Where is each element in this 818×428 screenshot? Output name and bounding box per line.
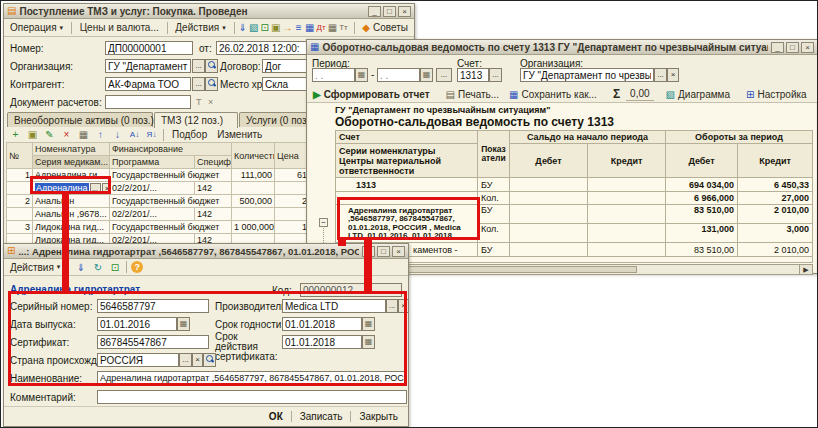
osv-titlebar[interactable]: ▦ Оборотно-сальдовая ведомость по счету … [307,40,817,55]
cell-financing[interactable]: Государственный бюджет [110,169,232,182]
period-to-input[interactable] [377,68,420,82]
save-as-button[interactable]: ▦Сохранить как... [505,88,601,101]
collapse-group-button[interactable]: − [319,218,328,227]
period-select-button[interactable]: ... [436,68,452,82]
cell-price[interactable]: 2 [275,195,310,208]
generate-report-button[interactable]: ▶Сформировать отчет [309,88,434,101]
minimize-button[interactable]: _ [771,42,784,53]
cell-price[interactable]: 61 [275,169,310,182]
header-credit[interactable]: Кредит [738,144,813,178]
comment-input[interactable] [97,390,407,404]
column-header-financing[interactable]: Финансирование [110,143,232,156]
new-document-icon[interactable]: ⊡ [260,21,269,34]
cell-debit-turnover[interactable]: 131,000 [666,224,738,243]
move-down-icon[interactable]: ↓ [110,128,125,141]
organization-select-button[interactable]: ... [654,68,667,82]
post-document-icon[interactable]: ⇓ [238,21,247,34]
cell-credit-turnover[interactable]: 27,000 [738,192,813,205]
copy-row-icon[interactable]: ▣ [25,128,40,141]
pick-button[interactable]: Подбор [168,128,211,141]
counterparty-select-button[interactable]: ... [192,77,205,91]
copy-item-icon[interactable]: ⊡ [107,261,122,274]
account-select-button[interactable]: ... [489,68,502,82]
posting-dtkt-icon[interactable]: Дт [317,21,326,34]
cell-quantity[interactable]: 500,000 [232,195,275,208]
write-button[interactable]: Записать [296,411,347,422]
cell-price[interactable]: 1 [275,221,310,234]
cell-indicator[interactable]: Кол. [478,192,510,205]
maximize-button[interactable]: □ [383,6,396,17]
column-header-series[interactable]: Серия медикам... [33,156,110,169]
cell-financing[interactable]: Государственный бюджет [110,195,232,208]
close-button[interactable]: × [801,42,814,53]
cell-num[interactable]: 3 [7,221,33,234]
cell-debit-turnover[interactable]: 83 510,00 [666,243,738,257]
number-input[interactable] [105,41,193,55]
cell-program[interactable]: 02/2/201/... [110,182,195,195]
period-from-input[interactable] [312,68,355,82]
organization-input[interactable] [520,68,654,82]
organization-clear-button[interactable]: × [667,68,679,82]
structure-icon[interactable]: ≡ [294,21,303,34]
counterparty-lookup-button[interactable] [205,77,218,91]
header-turnover[interactable]: Обороты за период [666,131,813,144]
header-debit[interactable]: Дебет [666,144,738,178]
cell-nomenclature[interactable]: Лидокаина гид... [33,221,110,234]
preview-icon[interactable]: ▧ [249,21,258,34]
move-up-icon[interactable]: ↑ [93,128,108,141]
close-button[interactable]: × [392,246,405,257]
header-indicators[interactable]: Показатели [478,131,510,178]
ok-button[interactable]: ОК [265,411,287,422]
actions-menu[interactable]: Действия▾ [6,261,64,274]
cell-credit-turnover[interactable]: 2 010,00 [738,243,813,257]
cell-credit-turnover[interactable]: 6 450,33 [738,178,813,192]
cell-credit-turnover[interactable]: 3,000 [738,224,813,243]
help-icon[interactable]: ? [131,261,143,273]
close-dialog-button[interactable]: Закрыть [355,411,402,422]
cell-financing[interactable]: Государственный бюджет [110,221,232,234]
settings-button[interactable]: ⊞Настройка [742,88,811,101]
tips-button[interactable]: ◆Советы [358,21,412,34]
header-opening-balance[interactable]: Сальдо на начало периода [510,131,666,144]
tab-tmz[interactable]: ТМЗ (12 поз.) [154,112,238,128]
calendar-icon[interactable]: ▦ [355,68,368,82]
actions-menu[interactable]: Действия▾ [171,21,229,34]
cell-series[interactable]: Анальгин ,9678... [33,208,110,221]
column-header-quantity[interactable]: Количество [232,143,275,169]
header-account[interactable]: Счет [336,131,478,144]
cell-indicator[interactable]: БУ [478,205,510,224]
cell-nomenclature[interactable]: Анальгин [33,195,110,208]
header-account-sub[interactable]: Серии номенклатуры Центры материальной о… [336,144,478,178]
sum-sigma-icon[interactable]: Σ [609,86,624,102]
delete-row-icon[interactable]: × [59,128,74,141]
cell-quantity[interactable]: 1 000,000 [232,221,275,234]
maximize-button[interactable]: □ [377,246,390,257]
settlement-doc-input[interactable] [105,95,191,109]
clear-icon[interactable]: × [208,97,213,107]
close-button[interactable]: × [398,6,411,17]
values-tt-icon[interactable]: Тт [339,21,348,34]
cell-credit-turnover[interactable]: 2 010,00 [738,205,813,224]
column-header-num[interactable]: № [7,143,33,169]
edit-row-icon[interactable]: ✎ [42,128,57,141]
column-header-price[interactable]: Цена [275,143,310,169]
change-button[interactable]: Изменить [213,128,266,141]
counterparty-input[interactable] [105,77,191,91]
tab-noncurrent-assets[interactable]: Внеоборотные активы (0 поз.) [7,112,153,127]
journal-icon[interactable]: ▦ [328,21,337,34]
diagram-button[interactable]: ▧Диаграмма [662,88,734,101]
cell-quantity[interactable]: 111,000 [232,169,275,182]
cell-indicator[interactable]: БУ [478,243,510,257]
copy-document-icon[interactable]: ▣ [271,21,280,34]
minimize-button[interactable]: _ [368,6,381,17]
cell-num[interactable]: 2 [7,195,33,208]
receipt-titlebar[interactable]: ▤ Поступление ТМЗ и услуг: Покупка. Пров… [4,4,414,19]
header-credit[interactable]: Кредит [588,144,666,178]
cell-program[interactable]: 02/2/201/... [110,208,195,221]
cell-num[interactable]: 1 [7,169,33,182]
calendar-icon[interactable]: ▦ [420,68,433,82]
scroll-right-icon[interactable]: ▶ [799,265,812,274]
operation-menu[interactable]: Операция▾ [6,21,67,34]
cell-account[interactable]: 1313 [336,178,478,192]
cell-debit-turnover[interactable]: 694 034,00 [666,178,738,192]
